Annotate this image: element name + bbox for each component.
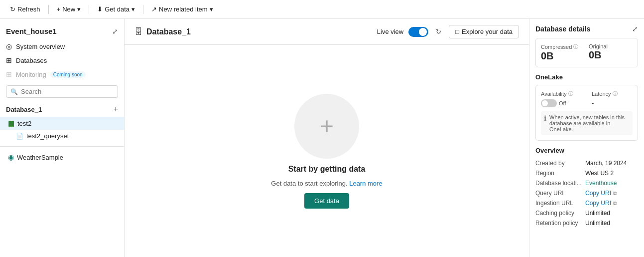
weathersample-label: WeatherSample [17,154,63,161]
get-data-button[interactable]: ⬇ Get data ▾ [93,3,139,15]
sidebar-item-monitoring: ⊞ Monitoring Coming soon [0,67,124,81]
overview-row-label: Retention policy [535,218,585,228]
add-data-circle[interactable]: + [294,94,359,159]
overview-row: RegionWest US 2 [535,168,638,178]
add-table-button[interactable]: + [114,105,118,114]
monitoring-label: Monitoring [16,71,46,78]
details-panel: Database details ⤢ Compressed ⓘ 0B Origi… [529,19,644,257]
sidebar-title-row: Event_house1 ⤢ [0,25,124,39]
sidebar-bottom-section: ◉ WeatherSample [0,146,124,164]
overview-row-value[interactable]: Eventhouse [585,178,638,188]
onelake-info-row: ℹ When active, new tables in this databa… [541,111,633,135]
overview-row-value: West US 2 [585,168,638,178]
content-header-right: Live view ↻ □ Explore your data [377,25,519,38]
monitoring-icon: ⊞ [6,70,12,78]
overview-row-label: Query URI [535,188,585,198]
new-related-button[interactable]: ↗ New related item ▾ [147,3,217,15]
tree-item-weathersample[interactable]: ◉ WeatherSample [0,151,124,164]
content-title: Database_1 [146,27,191,36]
latency-label-text: Latency [592,91,611,97]
overview-row: Retention policyUnlimited [535,218,638,228]
toolbar-separator-2 [89,5,89,14]
toolbar: ↻ Refresh + New ▾ ⬇ Get data ▾ ↗ New rel… [0,0,644,19]
latency-col: Latency ⓘ - [592,90,633,107]
onelake-info-text: When active, new tables in this database… [549,114,630,132]
tree-item-label: test2 [17,120,31,127]
availability-col: Availability ⓘ Off [541,90,582,107]
main-title: Start by getting data [288,165,366,174]
details-expand-button[interactable]: ⤢ [632,25,638,33]
overview-link[interactable]: Eventhouse [585,180,617,187]
overview-table: Created byMarch, 19 2024RegionWest US 2D… [535,158,638,228]
availability-toggle[interactable] [541,99,557,107]
chevron-down-icon-3: ▾ [210,5,213,13]
sidebar-search-container: 🔍 [6,85,118,98]
original-item: Original 0B [589,43,633,62]
onelake-row: Availability ⓘ Off Latency ⓘ - [541,90,633,107]
tree-item-test2[interactable]: ▦ test2 [0,117,124,130]
tree-item-test2-queryset[interactable]: 📄 test2_queryset [0,130,124,142]
copy-row: Copy URI⧉ [585,190,638,197]
overview-row-value: March, 19 2024 [585,158,638,168]
overview-row-value[interactable]: Copy URI⧉ [585,198,638,208]
compressed-label: Compressed ⓘ [541,43,585,50]
copy-uri-link[interactable]: Copy URI [585,200,611,207]
copy-icon: ⧉ [613,190,617,197]
overview-row-value: Unlimited [585,218,638,228]
overview-row: Query URICopy URI⧉ [535,188,638,198]
tree-child-label: test2_queryset [26,132,69,140]
copy-icon: ⧉ [613,200,617,207]
overview-row: Database locati...Eventhouse [535,178,638,188]
availability-toggle-row: Off [541,99,582,107]
sidebar-item-databases[interactable]: ⊞ Databases [0,53,124,67]
sidebar: Event_house1 ⤢ ◎ System overview ⊞ Datab… [0,19,125,257]
eventhouse-title: Event_house1 [6,27,57,35]
toolbar-separator [48,5,49,14]
copy-row: Copy URI⧉ [585,200,638,207]
overview-row: Ingestion URLCopy URI⧉ [535,198,638,208]
search-input[interactable] [21,88,114,95]
sidebar-item-system-overview[interactable]: ◎ System overview [0,39,124,53]
content-header: 🗄 Database_1 Live view ↻ □ Explore your … [125,19,529,45]
compressed-value: 0B [541,50,585,62]
latency-label: Latency ⓘ [592,90,633,97]
expand-icon-button[interactable]: ⤢ [112,27,118,35]
coming-soon-badge: Coming soon [50,71,86,78]
refresh-icon: ↻ [10,5,15,13]
original-value: 0B [589,49,633,61]
copy-uri-link[interactable]: Copy URI [585,190,611,197]
explore-data-button[interactable]: □ Explore your data [449,25,519,38]
refresh-label: Refresh [17,5,40,13]
details-panel-header: Database details ⤢ [535,25,638,33]
weathersample-icon: ◉ [8,153,14,161]
onelake-card: Availability ⓘ Off Latency ⓘ - [535,85,638,141]
system-overview-icon: ◎ [6,42,12,50]
overview-section-title: Overview [535,147,638,154]
databases-label: Databases [16,57,47,64]
learn-more-link[interactable]: Learn more [349,180,382,187]
new-button[interactable]: + New ▾ [53,3,85,15]
overview-row-value[interactable]: Copy URI⧉ [585,188,638,198]
new-label: New [62,5,75,13]
content-refresh-button[interactable]: ↻ [433,25,444,38]
compressed-label-text: Compressed [541,44,572,50]
refresh-button[interactable]: ↻ Refresh [6,3,44,15]
overview-row-label: Ingestion URL [535,198,585,208]
original-label-text: Original [589,43,608,49]
toolbar-separator-3 [143,5,143,14]
get-data-cta-button[interactable]: Get data [304,193,349,209]
storage-card-row: Compressed ⓘ 0B Original 0B [541,43,633,62]
latency-info-icon: ⓘ [613,90,618,97]
content-area: 🗄 Database_1 Live view ↻ □ Explore your … [125,19,529,257]
system-overview-label: System overview [16,43,65,50]
availability-off-label: Off [559,100,566,106]
add-circle-plus-icon: + [320,114,334,138]
database-section-header: Database_1 + [0,102,124,117]
plus-icon: + [57,5,61,13]
original-label: Original [589,43,633,49]
live-view-label: Live view [377,28,403,35]
external-link-icon: ↗ [151,5,157,13]
app-body: Event_house1 ⤢ ◎ System overview ⊞ Datab… [0,19,644,257]
explore-label: Explore your data [462,28,513,35]
live-view-toggle[interactable] [408,27,428,37]
